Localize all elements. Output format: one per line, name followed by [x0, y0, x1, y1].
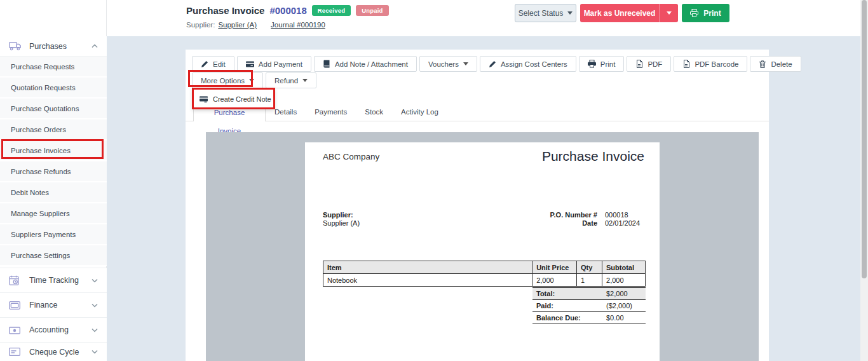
- page-title-row: Purchase Invoice #000018 Received Unpaid: [186, 5, 389, 16]
- more-options-dropdown: Create Credit Note: [193, 88, 275, 109]
- sidebar-item-purchase-refunds[interactable]: Purchase Refunds: [0, 161, 107, 182]
- sidebar-item-quotation-requests[interactable]: Quotation Requests: [0, 78, 107, 99]
- invoice-supplier-name: Supplier (A): [323, 219, 360, 228]
- invoice-totals: Total: $2,000 Paid: ($2,000) Balance Due…: [532, 287, 646, 324]
- more-options-button[interactable]: More Options: [192, 72, 263, 88]
- select-status-button[interactable]: Select Status: [515, 4, 576, 22]
- sidebar-section-label: Time Tracking: [29, 276, 92, 285]
- invoice-doc-title: Purchase Invoice: [542, 149, 644, 164]
- date-value: 02/01/2024: [605, 219, 644, 228]
- chevron-down-icon: [92, 350, 98, 354]
- assign-cost-centers-button[interactable]: Assign Cost Centers: [480, 56, 576, 72]
- journal-link[interactable]: Journal #000190: [271, 21, 325, 29]
- supplier-label: Supplier:: [186, 21, 215, 29]
- edit-label: Edit: [213, 60, 226, 68]
- header-unit-price: Unit Price: [532, 261, 577, 274]
- sidebar-item-purchase-quotations[interactable]: Purchase Quotations: [0, 99, 107, 119]
- print-label: Print: [703, 9, 721, 18]
- pdf-button[interactable]: PDF: [627, 56, 671, 72]
- sidebar-item-manage-suppliers[interactable]: Manage Suppliers: [0, 203, 107, 224]
- select-status-label: Select Status: [519, 9, 564, 18]
- cash-icon: [9, 325, 22, 334]
- invoice-meta-block: P.O. Number # 000018 Date 02/01/2024: [550, 211, 644, 228]
- page-header: Purchase Invoice #000018 Received Unpaid…: [0, 0, 860, 36]
- toolbar-row-1: Edit Add Payment Add Note / Attachment V…: [192, 56, 801, 72]
- print-toolbar-button[interactable]: Print: [579, 56, 625, 72]
- cell-subtotal: 2,000: [602, 274, 646, 287]
- calendar-clock-icon: [9, 275, 22, 286]
- header-qty: Qty: [577, 261, 602, 274]
- printer-icon: [690, 9, 698, 17]
- assign-cost-centers-label: Assign Cost Centers: [501, 60, 567, 68]
- book-icon: [323, 60, 330, 68]
- pdf-barcode-button[interactable]: PDF Barcode: [674, 56, 747, 72]
- invoice-number: #000018: [269, 5, 306, 16]
- sidebar-item-purchase-settings[interactable]: Purchase Settings: [0, 245, 107, 266]
- cheque-icon: [9, 348, 22, 356]
- pdf-label: PDF: [648, 60, 662, 68]
- invoice-paper: ABC Company Purchase Invoice Supplier: S…: [305, 142, 660, 361]
- add-note-attachment-button[interactable]: Add Note / Attachment: [314, 56, 417, 72]
- tab-payments[interactable]: Payments: [306, 103, 356, 121]
- mark-as-unreceived-button[interactable]: Mark as Unreceived: [580, 4, 678, 22]
- table-row: Notebook 2,000 1 2,000: [323, 274, 646, 287]
- add-note-attachment-label: Add Note / Attachment: [335, 60, 408, 68]
- scrollbar-thumb[interactable]: [862, 0, 867, 278]
- total-row: Total: $2,000: [532, 288, 646, 300]
- file-pdf-icon: [682, 60, 690, 68]
- sidebar-section-purchases[interactable]: Purchases: [0, 36, 107, 57]
- cell-unit-price: 2,000: [532, 274, 577, 287]
- sidebar-item-debit-notes[interactable]: Debit Notes: [0, 182, 107, 203]
- truck-icon: [9, 41, 22, 51]
- cell-item: Notebook: [323, 274, 532, 287]
- status-badge-received: Received: [312, 5, 351, 16]
- supplier-link[interactable]: Supplier (A): [218, 21, 257, 29]
- sidebar-menu: Purchase Requests Quotation Requests Pur…: [0, 57, 107, 266]
- pdf-barcode-label: PDF Barcode: [695, 60, 738, 68]
- sidebar-item-purchase-orders[interactable]: Purchase Orders: [0, 119, 107, 140]
- invoice-preview-viewer: ABC Company Purchase Invoice Supplier: S…: [206, 132, 759, 361]
- vouchers-button[interactable]: Vouchers: [419, 56, 477, 72]
- paid-value: ($2,000): [602, 300, 646, 311]
- chevron-up-icon: [92, 44, 98, 48]
- total-label: Total:: [532, 288, 602, 299]
- chevron-down-icon: [92, 278, 98, 283]
- caret-down-icon: [249, 79, 254, 82]
- add-payment-button[interactable]: Add Payment: [237, 56, 311, 72]
- more-options-label: More Options: [201, 77, 245, 85]
- file-pdf-icon: [635, 60, 643, 68]
- caret-down-icon: [667, 11, 672, 15]
- sidebar-section-cheque-cycle[interactable]: Cheque Cycle: [0, 342, 107, 361]
- total-value: $2,000: [602, 288, 646, 299]
- sidebar-section-accounting[interactable]: Accounting: [0, 317, 107, 342]
- credit-card-icon: [200, 95, 208, 103]
- sidebar-section-time-tracking[interactable]: Time Tracking: [0, 268, 107, 292]
- balance-due-label: Balance Due:: [532, 312, 602, 324]
- chevron-down-icon: [92, 303, 98, 308]
- tab-activity-log[interactable]: Activity Log: [392, 103, 447, 121]
- sidebar-item-purchase-requests[interactable]: Purchase Requests: [0, 57, 107, 78]
- create-credit-note-item[interactable]: Create Credit Note: [213, 95, 271, 103]
- sidebar-section-label: Accounting: [29, 325, 92, 334]
- header-item: Item: [323, 261, 532, 274]
- sidebar-item-suppliers-payments[interactable]: Suppliers Payments: [0, 224, 107, 245]
- mark-as-unreceived-label: Mark as Unreceived: [580, 4, 659, 22]
- mark-as-unreceived-dropdown-toggle[interactable]: [659, 4, 678, 22]
- refund-label: Refund: [275, 77, 298, 85]
- sidebar-section-finance[interactable]: Finance: [0, 292, 107, 317]
- trash-icon: [759, 60, 766, 68]
- print-button[interactable]: Print: [682, 4, 729, 22]
- vouchers-label: Vouchers: [428, 60, 459, 68]
- credit-card-icon: [246, 60, 254, 68]
- paid-label: Paid:: [532, 300, 602, 311]
- delete-button[interactable]: Delete: [750, 56, 801, 72]
- pencil-icon: [489, 60, 496, 68]
- refund-button[interactable]: Refund: [266, 72, 316, 88]
- caret-down-icon: [567, 11, 573, 15]
- pencil-icon: [201, 60, 208, 68]
- edit-button[interactable]: Edit: [192, 56, 234, 72]
- chevron-down-icon: [92, 328, 98, 332]
- sidebar-section-label: Cheque Cycle: [29, 348, 92, 357]
- tab-stock[interactable]: Stock: [356, 103, 392, 121]
- sidebar-item-purchase-invoices[interactable]: Purchase Invoices: [0, 140, 107, 161]
